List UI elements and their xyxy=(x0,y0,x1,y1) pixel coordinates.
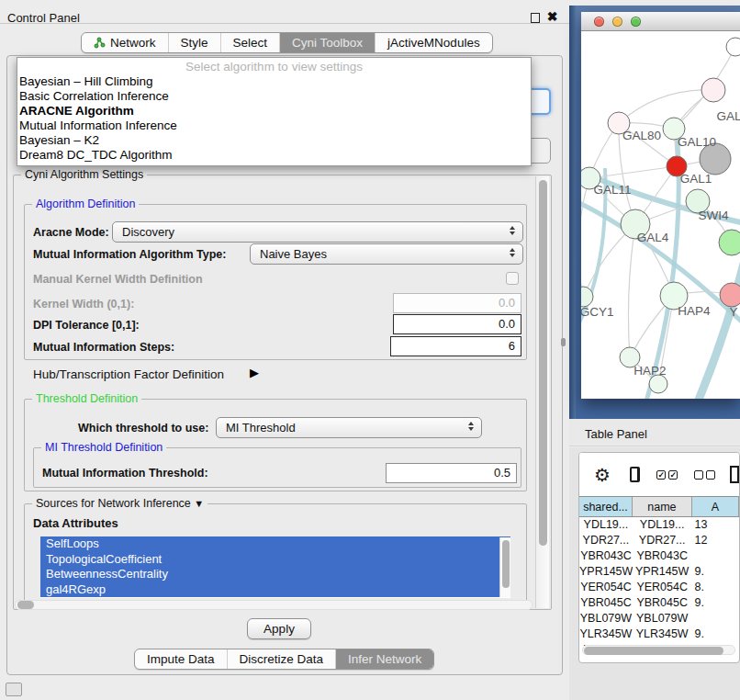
algorithm-dropdown-item[interactable]: Bayesian – Hill Climbing xyxy=(17,74,531,89)
algorithm-dropdown-item[interactable]: Mutual Information Inference xyxy=(17,119,531,133)
table-cell[interactable] xyxy=(692,611,740,627)
settings-horizontal-scrollbar[interactable] xyxy=(15,600,533,610)
table-cell[interactable]: YBL079W xyxy=(579,611,633,627)
network-canvas[interactable]: GALGAL80GAL10GAL1GAL11SWI4GAL4GCY1HAP4YH… xyxy=(581,31,740,399)
network-window-titlebar[interactable] xyxy=(581,12,740,31)
mi-steps-field[interactable]: 6 xyxy=(390,336,521,356)
table-cell[interactable]: YDR27... xyxy=(633,533,692,548)
network-node-y[interactable] xyxy=(720,283,740,307)
table-cell[interactable]: 13 xyxy=(692,517,740,533)
network-edge[interactable] xyxy=(581,178,589,297)
manual-kernel-label: Manual Kernel Width Definition xyxy=(33,273,203,286)
network-node[interactable] xyxy=(726,38,740,56)
settings-vertical-scrollbar[interactable] xyxy=(535,176,549,608)
tab-jactivemnodules[interactable]: jActiveMNodules xyxy=(375,33,492,52)
network-node-label: GAL xyxy=(716,109,740,123)
table-column-header[interactable]: name xyxy=(633,497,692,516)
algorithm-dropdown-item[interactable]: Dream8 DC_TDC Algorithm xyxy=(17,148,531,163)
panel-splitter-handle[interactable] xyxy=(561,338,566,346)
network-edge[interactable] xyxy=(589,166,677,178)
algorithm-dropdown-item[interactable]: Basic Correlation Inference xyxy=(17,89,531,104)
close-traffic-light-icon[interactable] xyxy=(594,17,604,27)
table-row[interactable]: YLR345WYLR345W9. xyxy=(579,627,739,642)
table-cell[interactable]: 9. xyxy=(692,627,740,642)
table-cell[interactable]: YER054C xyxy=(579,580,633,595)
settings-vertical-scrollbar-thumb[interactable] xyxy=(539,180,547,546)
table-horizontal-scrollbar[interactable] xyxy=(582,645,735,655)
tab-impute-data[interactable]: Impute Data xyxy=(135,649,227,669)
table-cell[interactable]: YDL19... xyxy=(633,517,692,533)
table-cell[interactable]: YDR27... xyxy=(579,533,633,548)
data-attribute-item[interactable]: TopologicalCoefficient xyxy=(40,552,510,568)
table-cell[interactable]: YPR145W xyxy=(633,564,692,580)
table-cell[interactable]: 12 xyxy=(692,533,740,548)
mi-threshold-field[interactable]: 0.5 xyxy=(386,463,517,483)
table-row[interactable]: YPR145WYPR145W9. xyxy=(579,564,739,580)
hub-definition-expander-label[interactable]: Hub/Transcription Factor Definition xyxy=(33,367,224,381)
network-window[interactable]: GALGAL80GAL10GAL1GAL11SWI4GAL4GCY1HAP4YH… xyxy=(581,12,740,399)
network-edge[interactable] xyxy=(628,224,635,357)
table-cell[interactable]: YBL079W xyxy=(633,611,692,627)
table-cell[interactable]: YBR045C xyxy=(579,595,633,611)
algorithm-dropdown-item[interactable]: Bayesian – K2 xyxy=(17,133,531,148)
table-cell[interactable]: YER054C xyxy=(633,580,692,595)
data-attribute-item[interactable]: BetweennessCentrality xyxy=(40,567,510,582)
select-all-icon[interactable]: ✓✓ xyxy=(656,470,678,480)
table-row[interactable]: YDR27...YDR27...12 xyxy=(579,533,739,548)
data-attribute-item[interactable]: gal4RGexp xyxy=(40,582,510,598)
network-node[interactable] xyxy=(719,230,740,255)
table-cell[interactable]: YLR345W xyxy=(633,627,692,642)
mi-algorithm-type-combo[interactable]: Naive Bayes xyxy=(250,243,523,265)
apply-button[interactable]: Apply xyxy=(247,618,311,639)
table-cell[interactable]: 9. xyxy=(692,564,740,580)
settings-horizontal-scrollbar-thumb[interactable] xyxy=(17,601,34,609)
collapse-arrow-down-icon[interactable]: ▼ xyxy=(194,498,204,509)
table-cell[interactable]: 9. xyxy=(692,595,740,611)
which-threshold-combo[interactable]: MI Threshold xyxy=(216,417,482,438)
table-cell[interactable]: 8. xyxy=(692,580,740,595)
manual-kernel-checkbox[interactable] xyxy=(506,272,519,285)
attributes-list-scrollbar-thumb[interactable] xyxy=(502,540,510,588)
table-cell[interactable]: YDL19... xyxy=(579,517,633,533)
gear-icon[interactable]: ⚙ xyxy=(594,464,611,486)
table-row[interactable]: YBR045CYBR045C9. xyxy=(579,595,739,611)
table-row[interactable]: YDL19...YDL19...13 xyxy=(579,517,739,533)
deselect-all-icon[interactable] xyxy=(694,470,715,480)
minimize-traffic-light-icon[interactable] xyxy=(612,17,622,27)
data-attribute-item[interactable]: SelfLoops xyxy=(40,536,510,552)
table-cell[interactable]: YPR145W xyxy=(579,564,633,580)
table-row[interactable]: YER054CYER054C8. xyxy=(579,580,739,595)
tab-network[interactable]: Network xyxy=(82,33,168,52)
network-node-gal[interactable] xyxy=(701,78,725,102)
which-threshold-label: Which threshold to use: xyxy=(78,422,208,435)
kernel-width-field[interactable]: 0.0 xyxy=(393,293,521,313)
tab-style[interactable]: Style xyxy=(168,33,220,52)
column-layout-icon[interactable] xyxy=(630,467,640,482)
table-row[interactable]: YBR043CYBR043C xyxy=(579,548,739,564)
network-node[interactable] xyxy=(649,375,667,393)
tab-select[interactable]: Select xyxy=(220,33,280,52)
algorithm-dropdown-item[interactable]: ARACNE Algorithm xyxy=(17,104,531,119)
export-table-icon[interactable] xyxy=(730,466,739,483)
table-cell[interactable]: YBR043C xyxy=(633,548,692,564)
tab-infer-network[interactable]: Infer Network xyxy=(335,649,433,669)
table-cell[interactable]: YLR345W xyxy=(579,627,633,642)
close-icon[interactable]: ✖ xyxy=(546,11,558,23)
tab-cyni-toolbox[interactable]: Cyni Toolbox xyxy=(279,33,375,52)
float-window-icon[interactable] xyxy=(531,13,540,23)
aracne-mode-combo[interactable]: Discovery xyxy=(112,221,523,243)
tab-discretize-data[interactable]: Discretize Data xyxy=(227,649,336,669)
table-row[interactable]: YBL079WYBL079W xyxy=(579,611,739,627)
table-cell[interactable] xyxy=(692,548,740,564)
table-column-header[interactable]: shared... xyxy=(579,497,633,516)
dpi-tolerance-field[interactable]: 0.0 xyxy=(393,314,521,334)
table-cell[interactable]: YBR043C xyxy=(579,548,633,564)
table-column-header[interactable]: A xyxy=(692,497,739,516)
table-horizontal-scrollbar-thumb[interactable] xyxy=(584,647,723,655)
zoom-traffic-light-icon[interactable] xyxy=(631,17,641,27)
table-cell[interactable]: YBR045C xyxy=(633,595,692,611)
network-edge[interactable] xyxy=(619,90,713,123)
expander-arrow-right-icon[interactable]: ▶ xyxy=(250,366,259,379)
floating-grip-icon[interactable] xyxy=(6,683,22,696)
attributes-list-scrollbar[interactable] xyxy=(499,537,510,597)
